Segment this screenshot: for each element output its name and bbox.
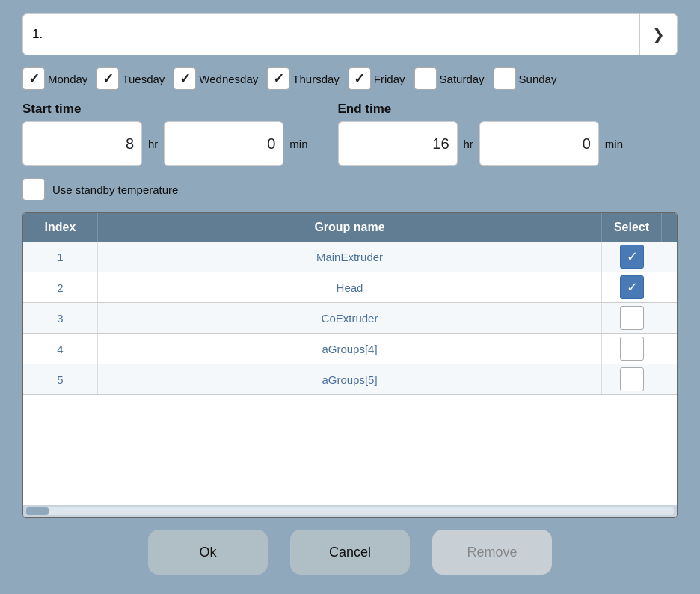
th-group-name: Group name	[98, 213, 602, 242]
day-label-saturday: Saturday	[440, 73, 485, 85]
standby-checkbox[interactable]	[22, 178, 45, 200]
checkbox-thursday[interactable]	[267, 67, 289, 90]
table-row: 1MainExtruder	[23, 242, 677, 272]
select-checkbox-2[interactable]	[620, 306, 644, 330]
start-hour-input[interactable]: 8	[22, 121, 142, 166]
standby-label: Use standby temperature	[52, 183, 178, 196]
dropdown-arrow-button[interactable]: ❯	[640, 13, 678, 55]
checkbox-saturday[interactable]	[414, 67, 437, 90]
table-row: 5aGroups[5]	[23, 364, 677, 395]
th-index: Index	[23, 213, 98, 242]
group-table: Index Group name Select 1MainExtruder2He…	[22, 212, 678, 518]
end-min-input[interactable]: 0	[479, 121, 599, 166]
cell-select-1[interactable]	[602, 272, 662, 302]
end-min-unit: min	[605, 138, 623, 150]
start-time-label: Start time	[22, 102, 308, 117]
day-item-monday: Monday	[22, 67, 88, 90]
select-checkbox-4[interactable]	[620, 367, 644, 391]
table-row: 3CoExtruder	[23, 303, 677, 334]
end-hour-unit: hr	[464, 138, 473, 150]
dropdown-row: 1. ❯	[22, 13, 678, 55]
end-hour-input[interactable]: 16	[338, 121, 458, 166]
h-scroll-track	[26, 507, 674, 515]
cancel-button[interactable]: Cancel	[290, 530, 410, 575]
day-item-friday: Friday	[349, 67, 405, 90]
end-time-group: End time 16 hr 0 min	[338, 102, 624, 166]
buttons-row: Ok Cancel Remove	[22, 530, 678, 581]
day-item-tuesday: Tuesday	[96, 67, 165, 90]
th-select: Select	[602, 213, 662, 242]
cell-select-2[interactable]	[602, 303, 662, 333]
select-checkbox-0[interactable]	[620, 245, 644, 269]
cell-select-4[interactable]	[602, 364, 662, 394]
select-checkbox-1[interactable]	[620, 275, 644, 299]
cell-index-1: 2	[23, 272, 98, 302]
time-section: Start time 8 hr 0 min End time 16 hr 0 m…	[22, 102, 678, 166]
day-label-tuesday: Tuesday	[122, 73, 165, 85]
days-row: MondayTuesdayWednesdayThursdayFridaySatu…	[22, 67, 678, 90]
standby-row: Use standby temperature	[22, 178, 678, 200]
start-min-input[interactable]: 0	[164, 121, 283, 166]
cell-name-1: Head	[98, 272, 602, 302]
end-time-inputs: 16 hr 0 min	[338, 121, 624, 166]
cell-select-0[interactable]	[602, 242, 662, 272]
start-hour-unit: hr	[148, 138, 158, 150]
checkbox-wednesday[interactable]	[174, 67, 196, 90]
end-time-label: End time	[338, 102, 624, 117]
select-checkbox-3[interactable]	[620, 337, 644, 361]
h-scroll-thumb[interactable]	[26, 507, 49, 515]
table-body: 1MainExtruder2Head3CoExtruder4aGroups[4]…	[23, 242, 677, 505]
cell-name-0: MainExtruder	[98, 242, 602, 272]
day-item-thursday: Thursday	[267, 67, 340, 90]
cell-name-4: aGroups[5]	[98, 364, 602, 394]
th-scroll-spacer	[662, 213, 677, 242]
horizontal-scrollbar[interactable]	[23, 505, 677, 517]
table-row: 2Head	[23, 272, 677, 303]
cell-index-2: 3	[23, 303, 98, 333]
day-item-wednesday: Wednesday	[174, 67, 258, 90]
start-min-unit: min	[289, 138, 307, 150]
day-label-friday: Friday	[374, 73, 405, 85]
checkbox-sunday[interactable]	[494, 67, 516, 90]
day-label-wednesday: Wednesday	[199, 73, 258, 85]
day-item-sunday: Sunday	[494, 67, 557, 90]
start-time-group: Start time 8 hr 0 min	[22, 102, 308, 166]
main-dialog: 1. ❯ MondayTuesdayWednesdayThursdayFrida…	[0, 0, 700, 594]
day-label-monday: Monday	[48, 73, 88, 85]
cell-select-3[interactable]	[602, 334, 662, 364]
cell-index-0: 1	[23, 242, 98, 272]
day-label-thursday: Thursday	[292, 73, 340, 85]
table-row: 4aGroups[4]	[23, 334, 677, 364]
cell-index-4: 5	[23, 364, 98, 394]
cell-name-2: CoExtruder	[98, 303, 602, 333]
table-header: Index Group name Select	[23, 213, 677, 242]
ok-button[interactable]: Ok	[148, 530, 268, 575]
start-time-inputs: 8 hr 0 min	[22, 121, 308, 166]
cell-name-3: aGroups[4]	[98, 334, 602, 364]
day-label-sunday: Sunday	[519, 73, 557, 85]
day-item-saturday: Saturday	[414, 67, 485, 90]
cell-index-3: 4	[23, 334, 98, 364]
remove-button[interactable]: Remove	[432, 530, 552, 575]
checkbox-tuesday[interactable]	[96, 67, 119, 90]
checkbox-friday[interactable]	[349, 67, 371, 90]
checkbox-monday[interactable]	[22, 67, 45, 90]
dropdown-value[interactable]: 1.	[22, 13, 640, 55]
